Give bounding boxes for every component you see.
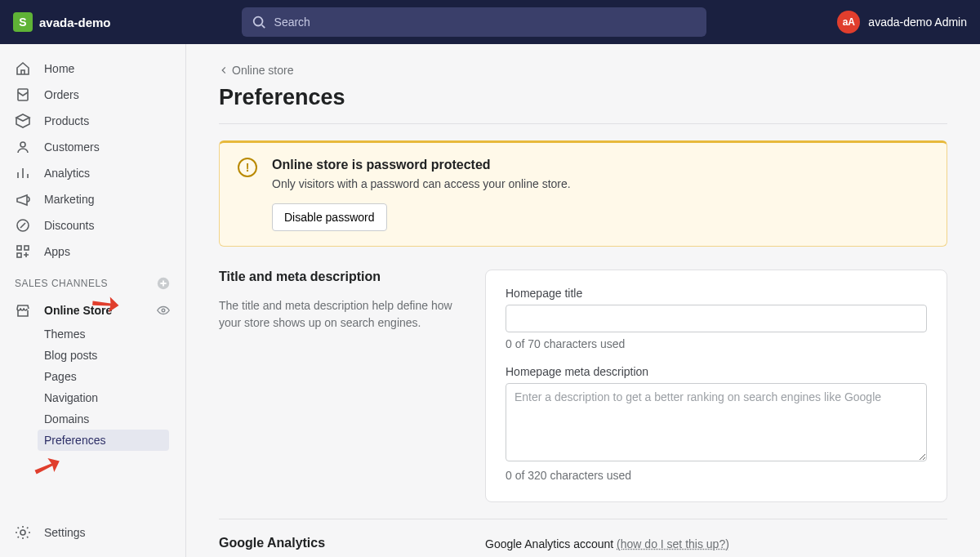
store-name: avada-demo bbox=[39, 16, 111, 29]
sidebar-item-label: Discounts bbox=[44, 219, 94, 232]
sidebar-subitem-pages[interactable]: Pages bbox=[0, 366, 185, 387]
banner-title: Online store is password protected bbox=[272, 158, 571, 172]
orders-icon bbox=[15, 87, 31, 103]
sidebar-item-products[interactable]: Products bbox=[0, 108, 185, 134]
section-heading-ga: Google Analytics bbox=[219, 536, 472, 550]
homepage-title-label: Homepage title bbox=[506, 287, 927, 300]
homepage-desc-textarea[interactable] bbox=[506, 383, 927, 461]
sidebar-item-label: Customers bbox=[44, 140, 100, 154]
topbar: S avada-demo aA avada-demo Admin bbox=[0, 0, 980, 44]
homepage-title-input[interactable] bbox=[506, 305, 927, 332]
search-icon bbox=[252, 15, 266, 29]
sidebar-item-label: Analytics bbox=[44, 167, 90, 180]
sidebar-item-online-store[interactable]: Online Store bbox=[0, 297, 185, 323]
sidebar-subitem-navigation[interactable]: Navigation bbox=[0, 387, 185, 408]
desc-char-counter: 0 of 320 characters used bbox=[506, 469, 927, 482]
gear-icon bbox=[15, 524, 31, 541]
svg-rect-6 bbox=[24, 246, 29, 250]
sidebar-item-label: Marketing bbox=[44, 193, 94, 206]
section-heading-meta: Title and meta description bbox=[219, 270, 472, 284]
view-store-icon[interactable] bbox=[156, 303, 171, 318]
sidebar-item-apps[interactable]: Apps bbox=[0, 238, 185, 265]
sidebar-item-discounts[interactable]: Discounts bbox=[0, 212, 185, 238]
sidebar-item-analytics[interactable]: Analytics bbox=[0, 160, 185, 186]
sidebar-subitem-themes[interactable]: Themes bbox=[0, 323, 185, 345]
svg-point-0 bbox=[253, 17, 262, 26]
search-bar[interactable] bbox=[242, 7, 707, 37]
breadcrumb-label: Online store bbox=[232, 64, 293, 77]
sidebar-item-label: Settings bbox=[44, 526, 86, 539]
sidebar-item-label: Orders bbox=[44, 88, 79, 101]
avatar: aA bbox=[837, 11, 860, 33]
account-menu[interactable]: aA avada-demo Admin bbox=[837, 11, 967, 33]
disable-password-button[interactable]: Disable password bbox=[272, 203, 387, 231]
store-icon bbox=[15, 302, 31, 319]
home-icon bbox=[15, 60, 31, 77]
apps-icon bbox=[15, 243, 31, 260]
homepage-desc-label: Homepage meta description bbox=[506, 365, 927, 378]
discounts-icon bbox=[15, 217, 31, 234]
sidebar-item-label: Products bbox=[44, 114, 89, 127]
sales-channels-header: SALES CHANNELS bbox=[0, 265, 185, 297]
sidebar-item-orders[interactable]: Orders bbox=[0, 82, 185, 108]
sidebar-item-label: Online Store bbox=[44, 304, 112, 317]
svg-point-3 bbox=[20, 142, 25, 147]
divider bbox=[219, 123, 947, 124]
banner-body-text: Only visitors with a password can access… bbox=[272, 177, 571, 190]
svg-rect-5 bbox=[17, 246, 21, 250]
ga-card-header: Google Analytics account (how do I set t… bbox=[485, 536, 947, 550]
svg-point-9 bbox=[162, 309, 165, 312]
breadcrumb-back[interactable]: Online store bbox=[219, 64, 293, 77]
ga-help-link[interactable]: (how do I set this up?) bbox=[617, 537, 729, 550]
main-content: Online store Preferences ! Online store … bbox=[186, 44, 980, 557]
analytics-icon bbox=[15, 165, 31, 181]
password-banner: ! Online store is password protected Onl… bbox=[219, 140, 947, 247]
products-icon bbox=[15, 113, 31, 129]
customers-icon bbox=[15, 139, 31, 155]
svg-line-1 bbox=[261, 25, 265, 29]
meta-card: Homepage title 0 of 70 characters used H… bbox=[485, 270, 947, 502]
search-input[interactable] bbox=[274, 16, 697, 29]
section-title: SALES CHANNELS bbox=[15, 278, 108, 289]
sidebar-subitem-domains[interactable]: Domains bbox=[0, 408, 185, 430]
user-name: avada-demo Admin bbox=[868, 16, 967, 29]
page-title: Preferences bbox=[219, 85, 947, 110]
title-char-counter: 0 of 70 characters used bbox=[506, 337, 927, 350]
sidebar-item-home[interactable]: Home bbox=[0, 56, 185, 82]
add-channel-button[interactable] bbox=[156, 276, 171, 291]
shopify-logo-icon: S bbox=[13, 12, 33, 32]
sidebar-subitem-blog-posts[interactable]: Blog posts bbox=[0, 345, 185, 366]
sidebar-item-marketing[interactable]: Marketing bbox=[0, 186, 185, 212]
warning-icon: ! bbox=[238, 158, 257, 177]
divider bbox=[219, 519, 947, 519]
svg-rect-2 bbox=[18, 89, 28, 100]
sidebar-subitem-preferences[interactable]: Preferences bbox=[38, 430, 169, 451]
sidebar: HomeOrdersProductsCustomersAnalyticsMark… bbox=[0, 44, 186, 557]
svg-rect-7 bbox=[17, 253, 21, 257]
sidebar-item-settings[interactable]: Settings bbox=[0, 519, 185, 546]
section-description: The title and meta description help defi… bbox=[219, 297, 472, 332]
store-switcher[interactable]: S avada-demo bbox=[13, 12, 111, 32]
chevron-left-icon bbox=[219, 65, 229, 75]
sidebar-item-label: Apps bbox=[44, 245, 70, 258]
svg-point-10 bbox=[20, 530, 25, 535]
sidebar-item-customers[interactable]: Customers bbox=[0, 134, 185, 160]
sidebar-item-label: Home bbox=[44, 62, 74, 75]
ga-account-label: Google Analytics account bbox=[485, 537, 613, 550]
marketing-icon bbox=[15, 191, 31, 207]
